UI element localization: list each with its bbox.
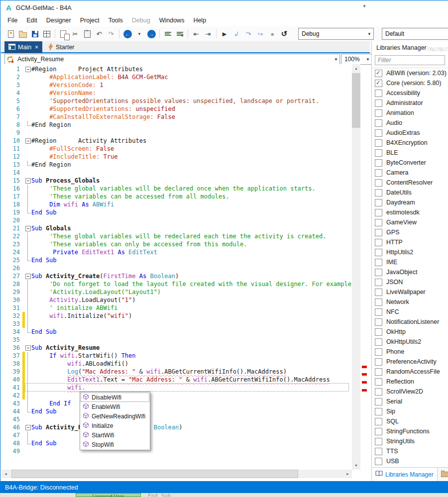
panel-tab-f[interactable]: F <box>438 468 448 481</box>
autocomplete-item[interactable]: EnableWifi <box>81 402 149 411</box>
library-item[interactable]: estimotesdk <box>372 207 448 217</box>
panel-tab-libraries-manager[interactable]: Libraries Manager <box>372 468 438 481</box>
open-project-button[interactable] <box>17 28 29 40</box>
library-item[interactable]: NFC <box>372 307 448 317</box>
fold-collapse-icon[interactable] <box>25 425 31 430</box>
library-checkbox[interactable] <box>375 70 382 77</box>
new-project-button[interactable]: ★ <box>5 28 17 40</box>
library-item[interactable]: HTTP <box>372 237 448 247</box>
copy-button[interactable] <box>57 28 69 40</box>
fold-collapse-icon[interactable] <box>25 274 31 279</box>
library-item[interactable]: GPS <box>372 227 448 237</box>
menu-file[interactable]: File <box>3 14 22 26</box>
library-item[interactable]: Network <box>372 297 448 307</box>
step-into-button[interactable]: ↲ <box>230 28 242 40</box>
undo-button[interactable]: ↶ <box>93 28 105 40</box>
library-item[interactable]: GameView <box>372 217 448 227</box>
library-checkbox[interactable] <box>375 99 382 107</box>
library-item[interactable]: AudioExtras <box>372 128 448 138</box>
fold-margin[interactable] <box>25 423 31 431</box>
library-checkbox[interactable] <box>375 328 382 336</box>
fold-collapse-icon[interactable] <box>25 138 31 144</box>
library-item[interactable]: NotificationListener <box>372 317 448 327</box>
library-item[interactable]: PreferenceActivity <box>372 357 448 367</box>
library-item[interactable]: HttpUtils2 <box>372 247 448 257</box>
fold-collapse-icon[interactable] <box>25 345 31 351</box>
menu-project[interactable]: Project <box>76 14 104 26</box>
stop-button[interactable]: ■ <box>266 28 278 40</box>
library-item[interactable]: StringUtils <box>372 436 448 446</box>
autocomplete-item[interactable]: StartWifi <box>81 430 149 440</box>
library-checkbox[interactable] <box>375 109 382 117</box>
library-checkbox[interactable] <box>375 308 382 316</box>
sub-selector-combobox[interactable]: Activity_Resume ▼ <box>4 54 340 65</box>
autocomplete-item[interactable]: GetNewReadingWifi <box>81 411 149 421</box>
library-checkbox[interactable] <box>375 298 382 306</box>
fold-margin[interactable] <box>25 177 31 185</box>
library-checkbox[interactable] <box>375 438 382 445</box>
vertical-scroll-thumb[interactable] <box>352 73 360 128</box>
library-checkbox[interactable] <box>375 289 382 296</box>
navigate-forward-button[interactable]: → <box>145 28 157 40</box>
library-item[interactable]: Daydream <box>372 198 448 207</box>
back-history-caret-button[interactable]: ▼ <box>133 28 145 40</box>
library-checkbox[interactable] <box>375 149 382 157</box>
scroll-right-arrow-icon[interactable]: ► <box>343 470 352 478</box>
library-checkbox[interactable] <box>375 348 382 356</box>
library-item[interactable]: ABWifi (version: 2.03) <box>372 68 448 78</box>
autocomplete-item[interactable]: Initialize <box>81 421 149 430</box>
libraries-filter-input[interactable] <box>375 55 445 65</box>
library-checkbox[interactable] <box>375 368 382 376</box>
library-checkbox[interactable] <box>375 249 382 256</box>
fold-collapse-icon[interactable] <box>25 67 31 72</box>
library-checkbox[interactable] <box>375 279 382 286</box>
scroll-up-arrow-icon[interactable]: ▲ <box>352 64 360 73</box>
library-checkbox[interactable] <box>375 239 382 246</box>
comment-button[interactable] <box>162 28 174 40</box>
library-item[interactable]: JavaObject <box>372 267 448 277</box>
library-checkbox[interactable] <box>375 418 382 425</box>
library-checkbox[interactable] <box>375 338 382 346</box>
fold-margin[interactable] <box>25 272 31 280</box>
library-checkbox[interactable] <box>375 408 382 415</box>
tab-starter[interactable]: Starter <box>44 41 79 53</box>
library-checkbox[interactable] <box>375 448 382 455</box>
fold-margin[interactable] <box>25 224 31 232</box>
package-button[interactable] <box>41 28 53 40</box>
library-item[interactable]: JSON <box>372 277 448 287</box>
save-button[interactable] <box>29 28 41 40</box>
horizontal-scroll-thumb[interactable] <box>11 470 298 478</box>
step-over-button[interactable]: ↷ <box>242 28 254 40</box>
library-checkbox[interactable] <box>375 269 382 276</box>
scroll-left-arrow-icon[interactable]: ◄ <box>1 470 10 478</box>
library-checkbox[interactable] <box>375 219 382 226</box>
library-item[interactable]: BLE <box>372 148 448 158</box>
navigate-back-button[interactable]: ← <box>121 28 133 40</box>
library-item[interactable]: Phone <box>372 347 448 357</box>
library-checkbox[interactable] <box>375 169 382 177</box>
editor-horizontal-scrollbar[interactable]: ◄ ► <box>1 470 352 478</box>
library-checkbox[interactable] <box>375 398 382 405</box>
library-checkbox[interactable] <box>375 358 382 366</box>
code-editor[interactable]: 1#Region Project Attributes2 #Applicatio… <box>1 64 352 470</box>
library-item[interactable]: ContentResolver <box>372 178 448 188</box>
paste-button[interactable] <box>81 28 93 40</box>
library-checkbox[interactable] <box>375 428 382 435</box>
restart-debugger-button[interactable]: ↺ <box>278 28 290 40</box>
editor-zoom-combobox[interactable]: 100% ▼ <box>341 54 372 65</box>
outdent-button[interactable]: ⇤ <box>190 28 202 40</box>
close-icon[interactable]: × <box>35 44 38 51</box>
library-item[interactable]: Administrator <box>372 98 448 108</box>
library-checkbox[interactable] <box>375 259 382 266</box>
library-checkbox[interactable] <box>375 209 382 216</box>
library-checkbox[interactable] <box>375 458 382 465</box>
library-item[interactable]: B4XEncryption <box>372 138 448 148</box>
autocomplete-item[interactable]: StopWifi <box>81 440 149 449</box>
library-item[interactable]: Serial <box>372 397 448 406</box>
cut-button[interactable]: ✂ <box>69 28 81 40</box>
library-item[interactable]: DateUtils <box>372 188 448 198</box>
scroll-down-arrow-icon[interactable]: ▼ <box>352 461 360 470</box>
library-item[interactable]: Sip <box>372 406 448 416</box>
build-configuration-combobox[interactable]: Debug ▼ <box>298 28 374 40</box>
library-item[interactable]: Audio <box>372 118 448 128</box>
